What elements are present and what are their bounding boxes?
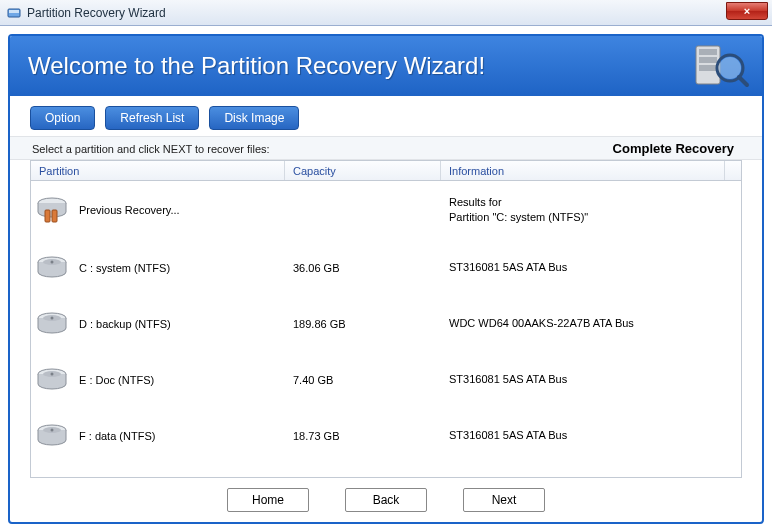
svg-rect-4 — [699, 57, 717, 63]
close-icon: × — [744, 5, 750, 17]
partition-info: ST316081 5AS ATA Bus — [441, 260, 741, 275]
partition-name: D : backup (NTFS) — [79, 318, 171, 330]
partition-name: C : system (NTFS) — [79, 262, 170, 274]
column-headers: Partition Capacity Information — [31, 161, 741, 181]
partition-row[interactable]: C : system (NTFS)36.06 GBST316081 5AS AT… — [31, 240, 741, 296]
svg-point-20 — [51, 372, 54, 375]
partition-row[interactable]: D : backup (NTFS)189.86 GBWDC WD64 00AAK… — [31, 296, 741, 352]
partition-name: F : data (NTFS) — [79, 430, 155, 442]
drive-icon — [35, 254, 69, 282]
back-button[interactable]: Back — [345, 488, 427, 512]
svg-rect-3 — [699, 49, 717, 55]
partition-info: ST316081 5AS ATA Bus — [441, 428, 741, 443]
svg-rect-10 — [45, 210, 50, 222]
partition-row[interactable]: F : data (NTFS)18.73 GBST316081 5AS ATA … — [31, 408, 741, 464]
svg-line-8 — [739, 77, 747, 85]
partition-row[interactable]: Previous Recovery...Results forPartition… — [31, 181, 741, 240]
option-button[interactable]: Option — [30, 106, 95, 130]
svg-point-14 — [51, 260, 54, 263]
drive-icon — [35, 422, 69, 450]
svg-rect-11 — [52, 210, 57, 222]
partition-name: E : Doc (NTFS) — [79, 374, 154, 386]
recovery-icon — [692, 40, 750, 93]
partition-row[interactable]: E : Doc (NTFS)7.40 GBST316081 5AS ATA Bu… — [31, 352, 741, 408]
drive-icon — [35, 366, 69, 394]
close-button[interactable]: × — [726, 2, 768, 20]
partition-capacity: 36.06 GB — [285, 262, 441, 274]
instruction-text: Select a partition and click NEXT to rec… — [32, 143, 613, 155]
disk-image-button[interactable]: Disk Image — [209, 106, 299, 130]
partition-name: Previous Recovery... — [79, 204, 180, 216]
svg-rect-1 — [9, 10, 19, 13]
column-header-information[interactable]: Information — [441, 161, 725, 180]
partition-capacity: 18.73 GB — [285, 430, 441, 442]
wizard-frame: Welcome to the Partition Recovery Wizard… — [8, 34, 764, 524]
window-titlebar[interactable]: Partition Recovery Wizard × — [0, 0, 772, 26]
drive-icon — [35, 310, 69, 338]
partition-list: Partition Capacity Information Previous … — [30, 160, 742, 478]
toolbar: Option Refresh List Disk Image — [10, 96, 762, 136]
svg-point-23 — [51, 428, 54, 431]
instruction-bar: Select a partition and click NEXT to rec… — [10, 136, 762, 160]
wizard-nav-bar: Home Back Next — [10, 478, 762, 522]
wizard-title: Welcome to the Partition Recovery Wizard… — [28, 52, 485, 80]
partition-list-body[interactable]: Previous Recovery...Results forPartition… — [31, 181, 741, 477]
next-button[interactable]: Next — [463, 488, 545, 512]
partition-capacity: 189.86 GB — [285, 318, 441, 330]
partition-capacity: 7.40 GB — [285, 374, 441, 386]
window-title: Partition Recovery Wizard — [27, 6, 166, 20]
wizard-header: Welcome to the Partition Recovery Wizard… — [10, 36, 762, 96]
home-button[interactable]: Home — [227, 488, 309, 512]
column-header-partition[interactable]: Partition — [31, 161, 285, 180]
svg-rect-5 — [699, 65, 717, 71]
column-header-spacer — [725, 161, 741, 180]
previous-recovery-icon — [35, 196, 69, 224]
partition-info: WDC WD64 00AAKS-22A7B ATA Bus — [441, 316, 741, 331]
svg-point-17 — [51, 316, 54, 319]
recovery-mode-label: Complete Recovery — [613, 141, 740, 156]
app-icon — [6, 5, 22, 21]
column-header-capacity[interactable]: Capacity — [285, 161, 441, 180]
partition-info: Results forPartition "C: system (NTFS)" — [441, 195, 741, 226]
partition-info: ST316081 5AS ATA Bus — [441, 372, 741, 387]
refresh-list-button[interactable]: Refresh List — [105, 106, 199, 130]
